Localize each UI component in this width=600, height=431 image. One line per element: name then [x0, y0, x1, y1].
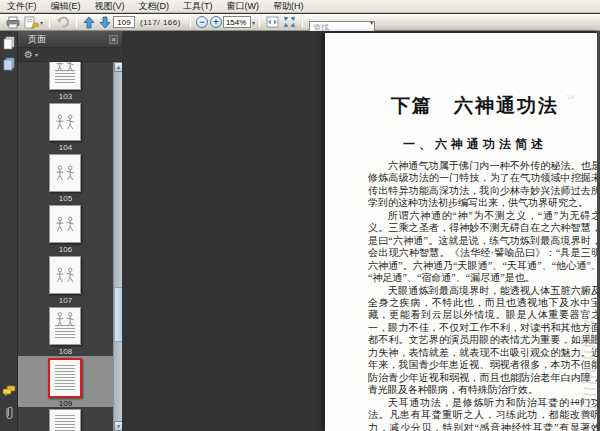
toolbar: ▾ (117/ 166) − + ▾ — [0, 14, 600, 31]
thumbnail-label: 103 — [18, 92, 113, 101]
menu-document[interactable]: 文档(D) — [132, 0, 177, 13]
menu-bar: 文件(F) 编辑(E) 视图(V) 文档(D) 工具(T) 窗口(W) 帮助(H… — [0, 0, 600, 13]
thumbnail-item[interactable]: 104 — [18, 101, 113, 152]
zoom-in-button[interactable]: + — [210, 16, 222, 28]
zoom-caret-icon[interactable]: ▾ — [252, 19, 255, 26]
thumbnail-item[interactable]: 105 — [18, 152, 113, 203]
panel-header: 页面 × — [18, 31, 122, 48]
thumbnail-text-lines — [55, 415, 75, 431]
thumbnail-sketch — [52, 412, 78, 431]
thumbnail-item[interactable]: 108 — [18, 305, 113, 356]
page-thumbnail-image[interactable] — [49, 154, 81, 192]
menu-edit[interactable]: 编辑(E) — [44, 0, 88, 13]
next-page-button[interactable] — [97, 15, 113, 30]
gear-icon[interactable]: ⚙ — [24, 50, 33, 60]
menu-view[interactable]: 视图(V) — [88, 0, 132, 13]
thumbnail-sketch — [52, 208, 78, 240]
thumbnail-sketch — [52, 157, 78, 189]
pages-panel: 页面 × ⚙ ▾ 1 — [18, 31, 122, 431]
thumbnail-scrollbar[interactable]: ▲ ▼ — [113, 62, 122, 431]
thumbnail-text-lines — [55, 365, 75, 391]
pdf-reader-window: 文件(F) 编辑(E) 视图(V) 文档(D) 工具(T) 窗口(W) 帮助(H… — [0, 0, 600, 431]
page-count-label: (117/ 166) — [140, 18, 181, 27]
menu-tools[interactable]: 工具(T) — [176, 0, 220, 13]
thumbnail-label: 104 — [18, 143, 113, 152]
page-thumbnail-image[interactable] — [49, 256, 81, 294]
strip-bottom-icons — [0, 379, 18, 421]
page-thumbnail-image[interactable] — [49, 307, 81, 345]
fit-width-button[interactable] — [264, 15, 281, 30]
search-box: ▾ — [309, 16, 375, 29]
thumbnail-item[interactable]: 106 — [18, 203, 113, 254]
printer-icon — [6, 16, 20, 29]
email-caret-icon[interactable]: ▾ — [40, 19, 43, 26]
email-icon — [24, 16, 39, 29]
panel-title: 页面 — [28, 33, 109, 46]
thumbnail-sketch — [52, 62, 78, 87]
thumbnail-item[interactable]: 110 — [18, 407, 113, 431]
thumbnail-item[interactable]: 109 — [18, 356, 113, 407]
menu-file[interactable]: 文件(F) — [0, 0, 44, 13]
page-thumbnail-image[interactable] — [48, 358, 82, 398]
bookmarks-panel-button[interactable] — [0, 55, 18, 73]
thumbnail-text-lines — [55, 70, 75, 84]
thumbnail-label: 105 — [18, 194, 113, 203]
page-number-input[interactable] — [113, 16, 135, 28]
menu-window[interactable]: 窗口(W) — [220, 0, 267, 13]
paragraph: 六神通气功属于佛门内一种不外传的秘法。也是修炼高级功法的一门特技，为了在气功领域… — [368, 160, 600, 210]
menu-help[interactable]: 帮助(H) — [266, 0, 311, 13]
zoom-level-input[interactable] — [223, 16, 251, 28]
print-button[interactable] — [4, 15, 22, 30]
page-thumbnail-image[interactable] — [49, 205, 81, 243]
thumbnail-sketch — [52, 310, 78, 342]
paragraph: 天眼通炼到最高境界时，能透视人体五脏六腑及全身之疾病，不特此也，而且也透视地下及… — [368, 285, 600, 397]
paperclip-icon — [4, 405, 15, 420]
thumbnail-sketch — [52, 259, 78, 291]
thumbnail-label: 107 — [18, 296, 113, 305]
toolbar-separator — [190, 16, 191, 28]
search-caret-icon[interactable]: ▾ — [370, 19, 373, 26]
undo-button[interactable] — [54, 15, 72, 30]
undo-icon — [56, 16, 70, 29]
panel-close-button[interactable]: × — [109, 35, 118, 44]
content-area: 页面 × ⚙ ▾ 1 — [0, 31, 600, 431]
zoom-out-button[interactable]: − — [196, 16, 208, 28]
toolbar-separator — [302, 16, 303, 28]
paragraph: 所谓六神通的“神”为不测之义，“通”为无碍之义。三乘之圣者，得神妙不测无碍自在之… — [368, 210, 600, 285]
previous-page-button[interactable] — [81, 15, 97, 30]
page-body-text: 六神通气功属于佛门内一种不外传的秘法。也是修炼高级功法的一门特技，为了在气功领域… — [368, 160, 600, 431]
bookmarks-icon — [3, 57, 15, 71]
page-subtitle: 一、六神通功法简述 — [325, 136, 597, 153]
options-caret-icon[interactable]: ▾ — [35, 51, 38, 58]
fit-page-icon — [283, 16, 296, 28]
pages-panel-button[interactable] — [0, 34, 18, 52]
arrow-up-icon — [83, 16, 95, 29]
thumbnail-item[interactable]: 107 — [18, 254, 113, 305]
toolbar-separator — [49, 16, 50, 28]
comments-panel-button[interactable] — [0, 382, 18, 400]
document-area[interactable]: 下篇 六神通功法 一、六神通功法简述 六神通气功属于佛门内一种不外传的秘法。也是… — [122, 31, 600, 431]
page-title: 下篇 六神通功法 — [325, 93, 597, 119]
thumbnail-sketch — [52, 106, 78, 138]
attachments-panel-button[interactable] — [0, 403, 18, 421]
thumbnail-item[interactable]: 103 — [18, 62, 113, 101]
thumbnail-text-lines — [55, 325, 75, 339]
page-thumbnail-image[interactable] — [49, 103, 81, 141]
panel-options-row: ⚙ ▾ — [18, 48, 122, 62]
thumbnail-label: 106 — [18, 245, 113, 254]
fit-page-button[interactable] — [281, 15, 298, 30]
fit-width-icon — [266, 16, 279, 28]
page-thumbnail-image[interactable] — [49, 409, 81, 431]
comments-icon — [2, 385, 16, 397]
thumbnail-list: 103 104 — [18, 62, 113, 431]
thumbnails-panel: 103 104 — [18, 62, 113, 431]
email-button[interactable]: ▾ — [22, 15, 45, 30]
pages-icon — [3, 36, 15, 50]
toolbar-separator — [76, 16, 77, 28]
page-watermark — [584, 318, 596, 413]
page-thumbnail-image[interactable] — [49, 62, 81, 90]
navigation-icon-strip — [0, 31, 18, 431]
toolbar-separator — [259, 16, 260, 28]
document-page[interactable]: 下篇 六神通功法 一、六神通功法简述 六神通气功属于佛门内一种不外传的秘法。也是… — [325, 33, 597, 431]
thumbnail-sketch — [52, 362, 78, 394]
